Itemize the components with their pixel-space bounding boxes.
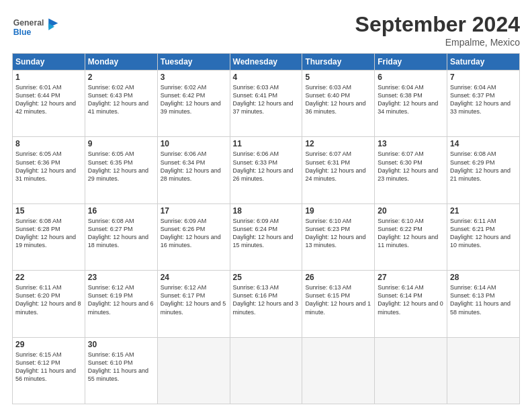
calendar-cell: 22 Sunrise: 6:11 AMSunset: 6:20 PMDaylig… <box>13 271 85 337</box>
day-number: 2 <box>88 73 154 82</box>
weekday-header-wednesday: Wednesday <box>230 54 302 71</box>
calendar-cell: 9 Sunrise: 6:05 AMSunset: 6:35 PMDayligh… <box>85 137 157 203</box>
weekday-header-monday: Monday <box>85 54 157 71</box>
weekday-header-saturday: Saturday <box>447 54 520 71</box>
day-number: 15 <box>15 206 82 216</box>
day-number: 13 <box>378 139 444 148</box>
day-number: 4 <box>233 73 300 82</box>
day-number: 22 <box>15 273 82 282</box>
calendar-cell: 5 Sunrise: 6:03 AMSunset: 6:40 PMDayligh… <box>302 71 375 137</box>
day-number: 27 <box>378 273 444 282</box>
calendar-cell: 26 Sunrise: 6:13 AMSunset: 6:15 PMDaylig… <box>302 271 375 337</box>
calendar-cell: 23 Sunrise: 6:12 AMSunset: 6:19 PMDaylig… <box>85 271 157 337</box>
weekday-header-thursday: Thursday <box>302 54 375 71</box>
calendar-cell: 20 Sunrise: 6:10 AMSunset: 6:22 PMDaylig… <box>375 203 447 270</box>
day-info: Sunrise: 6:11 AMSunset: 6:20 PMDaylight:… <box>15 283 82 316</box>
day-info: Sunrise: 6:04 AMSunset: 6:37 PMDaylight:… <box>450 83 517 116</box>
weekday-header-row: SundayMondayTuesdayWednesdayThursdayFrid… <box>13 54 520 71</box>
day-number: 12 <box>305 139 371 148</box>
day-info: Sunrise: 6:12 AMSunset: 6:19 PMDaylight:… <box>88 283 154 316</box>
header: General Blue September 2024 Empalme, Mex… <box>12 12 520 48</box>
page: General Blue September 2024 Empalme, Mex… <box>0 0 532 411</box>
day-info: Sunrise: 6:08 AMSunset: 6:29 PMDaylight:… <box>450 150 517 183</box>
day-number: 1 <box>15 73 82 82</box>
day-number: 9 <box>88 139 154 148</box>
day-info: Sunrise: 6:07 AMSunset: 6:31 PMDaylight:… <box>305 150 371 183</box>
day-number: 5 <box>305 73 371 82</box>
day-info: Sunrise: 6:04 AMSunset: 6:38 PMDaylight:… <box>378 83 444 116</box>
day-info: Sunrise: 6:09 AMSunset: 6:24 PMDaylight:… <box>233 217 300 250</box>
calendar-cell: 8 Sunrise: 6:05 AMSunset: 6:36 PMDayligh… <box>13 137 85 203</box>
calendar-cell: 17 Sunrise: 6:09 AMSunset: 6:26 PMDaylig… <box>157 203 230 270</box>
calendar-cell: 28 Sunrise: 6:14 AMSunset: 6:13 PMDaylig… <box>447 271 520 337</box>
day-info: Sunrise: 6:06 AMSunset: 6:33 PMDaylight:… <box>233 150 300 183</box>
day-number: 16 <box>88 206 154 216</box>
day-number: 10 <box>161 139 227 148</box>
day-info: Sunrise: 6:02 AMSunset: 6:43 PMDaylight:… <box>88 83 154 116</box>
week-row-5: 29 Sunrise: 6:15 AMSunset: 6:12 PMDaylig… <box>13 337 520 404</box>
calendar-cell: 18 Sunrise: 6:09 AMSunset: 6:24 PMDaylig… <box>230 203 302 270</box>
calendar-cell: 30 Sunrise: 6:15 AMSunset: 6:10 PMDaylig… <box>85 337 157 404</box>
calendar-cell: 2 Sunrise: 6:02 AMSunset: 6:43 PMDayligh… <box>85 71 157 137</box>
day-number: 6 <box>378 73 444 82</box>
day-info: Sunrise: 6:03 AMSunset: 6:40 PMDaylight:… <box>305 83 371 116</box>
day-number: 24 <box>161 273 227 282</box>
day-number: 25 <box>233 273 300 282</box>
day-number: 18 <box>233 206 300 216</box>
day-number: 17 <box>161 206 227 216</box>
day-info: Sunrise: 6:15 AMSunset: 6:12 PMDaylight:… <box>15 351 82 383</box>
day-number: 26 <box>305 273 371 282</box>
day-number: 28 <box>450 273 517 282</box>
calendar-cell <box>447 337 520 404</box>
calendar-cell <box>157 337 230 404</box>
week-row-4: 22 Sunrise: 6:11 AMSunset: 6:20 PMDaylig… <box>13 271 520 337</box>
calendar-cell: 21 Sunrise: 6:11 AMSunset: 6:21 PMDaylig… <box>447 203 520 270</box>
day-number: 20 <box>378 206 444 216</box>
calendar-cell: 25 Sunrise: 6:13 AMSunset: 6:16 PMDaylig… <box>230 271 302 337</box>
weekday-header-sunday: Sunday <box>13 54 85 71</box>
weekday-header-tuesday: Tuesday <box>157 54 230 71</box>
calendar-cell: 15 Sunrise: 6:08 AMSunset: 6:28 PMDaylig… <box>13 203 85 270</box>
day-number: 14 <box>450 139 517 148</box>
calendar-cell: 16 Sunrise: 6:08 AMSunset: 6:27 PMDaylig… <box>85 203 157 270</box>
day-info: Sunrise: 6:10 AMSunset: 6:22 PMDaylight:… <box>378 217 444 250</box>
day-info: Sunrise: 6:08 AMSunset: 6:27 PMDaylight:… <box>88 217 154 250</box>
svg-text:Blue: Blue <box>13 28 32 37</box>
calendar-cell: 3 Sunrise: 6:02 AMSunset: 6:42 PMDayligh… <box>157 71 230 137</box>
day-info: Sunrise: 6:07 AMSunset: 6:30 PMDaylight:… <box>378 150 444 183</box>
day-number: 29 <box>15 340 82 349</box>
calendar-cell: 27 Sunrise: 6:14 AMSunset: 6:14 PMDaylig… <box>375 271 447 337</box>
calendar-cell <box>302 337 375 404</box>
calendar-cell: 6 Sunrise: 6:04 AMSunset: 6:38 PMDayligh… <box>375 71 447 137</box>
day-info: Sunrise: 6:03 AMSunset: 6:41 PMDaylight:… <box>233 83 300 116</box>
calendar-cell: 7 Sunrise: 6:04 AMSunset: 6:37 PMDayligh… <box>447 71 520 137</box>
day-info: Sunrise: 6:10 AMSunset: 6:23 PMDaylight:… <box>305 217 371 250</box>
day-info: Sunrise: 6:12 AMSunset: 6:17 PMDaylight:… <box>161 283 227 316</box>
calendar-cell: 10 Sunrise: 6:06 AMSunset: 6:34 PMDaylig… <box>157 137 230 203</box>
calendar-cell: 13 Sunrise: 6:07 AMSunset: 6:30 PMDaylig… <box>375 137 447 203</box>
day-number: 30 <box>88 340 154 349</box>
svg-text:General: General <box>13 18 44 28</box>
day-info: Sunrise: 6:14 AMSunset: 6:13 PMDaylight:… <box>450 283 517 316</box>
day-number: 11 <box>233 139 300 148</box>
day-number: 21 <box>450 206 517 216</box>
month-title: September 2024 <box>355 12 520 37</box>
day-number: 7 <box>450 73 517 82</box>
calendar-cell: 4 Sunrise: 6:03 AMSunset: 6:41 PMDayligh… <box>230 71 302 137</box>
calendar-cell <box>230 337 302 404</box>
subtitle: Empalme, Mexico <box>355 37 520 48</box>
day-info: Sunrise: 6:13 AMSunset: 6:15 PMDaylight:… <box>305 283 371 316</box>
day-info: Sunrise: 6:11 AMSunset: 6:21 PMDaylight:… <box>450 217 517 250</box>
calendar-cell <box>375 337 447 404</box>
day-info: Sunrise: 6:09 AMSunset: 6:26 PMDaylight:… <box>161 217 227 250</box>
day-number: 23 <box>88 273 154 282</box>
day-info: Sunrise: 6:01 AMSunset: 6:44 PMDaylight:… <box>15 83 82 116</box>
day-info: Sunrise: 6:14 AMSunset: 6:14 PMDaylight:… <box>378 283 444 316</box>
title-block: September 2024 Empalme, Mexico <box>355 12 520 48</box>
logo-svg: General Blue <box>12 12 59 42</box>
week-row-2: 8 Sunrise: 6:05 AMSunset: 6:36 PMDayligh… <box>13 137 520 203</box>
day-info: Sunrise: 6:06 AMSunset: 6:34 PMDaylight:… <box>161 150 227 183</box>
calendar-cell: 11 Sunrise: 6:06 AMSunset: 6:33 PMDaylig… <box>230 137 302 203</box>
day-info: Sunrise: 6:08 AMSunset: 6:28 PMDaylight:… <box>15 217 82 250</box>
calendar-table: SundayMondayTuesdayWednesdayThursdayFrid… <box>12 53 520 404</box>
